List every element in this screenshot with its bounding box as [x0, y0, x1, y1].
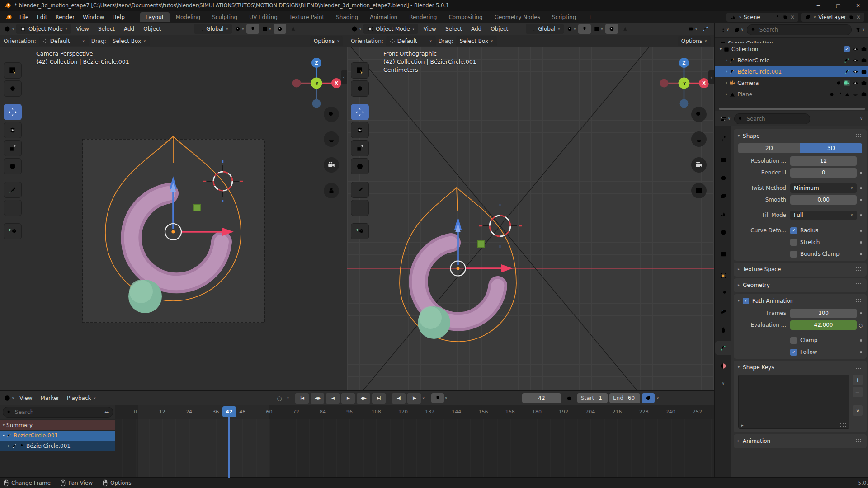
- tab-output[interactable]: [717, 171, 730, 185]
- rotate-tool[interactable]: [4, 122, 22, 138]
- menu-view[interactable]: View: [72, 23, 93, 35]
- tab-geometry-nodes[interactable]: Geometry Nodes: [489, 12, 546, 22]
- proportional-falloff-dropdown[interactable]: [287, 24, 300, 34]
- channel-summary[interactable]: ▾ Summary: [0, 420, 115, 430]
- view-layer-selector[interactable]: ∨ ViewLayer ✕: [801, 13, 864, 22]
- cursor-tool[interactable]: [4, 80, 22, 97]
- pivot-point-dropdown[interactable]: ∨: [233, 24, 245, 34]
- collapse-icon[interactable]: ▾: [738, 299, 740, 303]
- transform-tool[interactable]: [4, 158, 22, 174]
- zoom-button[interactable]: [691, 107, 707, 122]
- outliner-search[interactable]: [747, 24, 852, 35]
- menu-marker[interactable]: Marker: [36, 391, 63, 405]
- channel-beziercircle-001-action[interactable]: ▸ BézierCircle.001: [0, 441, 115, 451]
- empty-target-gizmo[interactable]: [479, 204, 522, 248]
- radius-checkbox[interactable]: ✓: [790, 227, 797, 234]
- hide-eye-icon[interactable]: [852, 69, 859, 75]
- shape-key-specials-button[interactable]: ∨: [853, 405, 863, 416]
- keyframe-diamond-icon[interactable]: ◇: [857, 322, 865, 328]
- editor-type-button[interactable]: ∨: [350, 24, 363, 34]
- shape-key-add-button[interactable]: +: [853, 375, 863, 385]
- hide-eye-icon[interactable]: [852, 57, 859, 64]
- resolution-field[interactable]: 12: [790, 156, 857, 166]
- render-u-field[interactable]: 0: [790, 168, 857, 178]
- minimize-button[interactable]: ─: [808, 0, 828, 11]
- animate-dot[interactable]: [857, 230, 865, 232]
- shape-keys-list[interactable]: ▸: [738, 375, 849, 429]
- expand-icon[interactable]: ▸: [8, 444, 10, 448]
- menu-add[interactable]: Add: [120, 23, 138, 35]
- menu-render[interactable]: Render: [51, 11, 79, 23]
- timeline-search[interactable]: ↔: [3, 407, 113, 418]
- gizmo-minus-z[interactable]: [312, 99, 321, 108]
- select-box-tool[interactable]: [4, 62, 22, 79]
- menu-object[interactable]: Object: [139, 23, 165, 35]
- render-visibility-icon[interactable]: [861, 69, 867, 75]
- scale-tool[interactable]: [4, 140, 22, 156]
- tab-material[interactable]: [717, 359, 730, 373]
- expand-icon[interactable]: ›: [726, 93, 727, 96]
- play-button[interactable]: ▶: [341, 393, 355, 404]
- sidebar-collapse-right-vp[interactable]: ‹: [708, 70, 714, 84]
- evaluation-time-field[interactable]: 42.000: [790, 320, 857, 330]
- tab-view-layer[interactable]: [717, 189, 730, 203]
- tab-rendering[interactable]: Rendering: [404, 12, 442, 22]
- previous-keyframe-button[interactable]: ◀◆: [311, 393, 324, 404]
- gizmo-minus-x[interactable]: [660, 79, 669, 88]
- expand-icon[interactable]: ›: [726, 81, 727, 85]
- shape-key-remove-button[interactable]: −: [853, 387, 863, 397]
- start-frame-field[interactable]: 1: [598, 395, 608, 401]
- collapse-icon[interactable]: ▸: [738, 439, 740, 443]
- hide-eye-icon[interactable]: [852, 46, 859, 52]
- camera-view-button[interactable]: [324, 157, 339, 173]
- render-visibility-icon[interactable]: [861, 80, 867, 86]
- hide-eye-icon[interactable]: [852, 80, 859, 86]
- add-cube-tool[interactable]: [351, 223, 369, 239]
- playback-menu[interactable]: Playback∨: [63, 393, 99, 403]
- frames-field[interactable]: 100: [790, 309, 857, 318]
- jump-to-end-button[interactable]: ▶|: [372, 393, 386, 404]
- overlays-dropdown[interactable]: ∨: [686, 24, 699, 34]
- shading-icon[interactable]: [699, 24, 712, 34]
- auto-keying-toggle[interactable]: ○: [273, 393, 286, 403]
- gizmo-z[interactable]: Z: [682, 61, 685, 66]
- pin-icon[interactable]: [775, 14, 780, 20]
- collection-checkbox[interactable]: ✓: [844, 46, 850, 52]
- outliner-row-beziercircle[interactable]: › BézierCircle: [715, 55, 868, 66]
- tab-animation[interactable]: Animation: [364, 12, 403, 22]
- expand-icon[interactable]: ▾: [3, 434, 5, 437]
- drag-dropdown[interactable]: Select Box∨: [109, 36, 150, 46]
- editor-type-button[interactable]: ∨: [3, 24, 15, 34]
- options-dropdown[interactable]: Options∨: [310, 36, 343, 46]
- play-reverse-button[interactable]: ◀: [326, 393, 340, 404]
- tab-modifiers[interactable]: [717, 287, 730, 300]
- navigation-gizmo[interactable]: Z X -Y: [292, 57, 341, 109]
- expand-icon[interactable]: ▾: [3, 423, 5, 427]
- viewport-front[interactable]: ∨ Object Mode∨ View Select Add Object Gl…: [347, 23, 714, 390]
- snap-settings-dropdown[interactable]: ∨: [260, 24, 273, 34]
- tab-shading[interactable]: Shading: [330, 12, 363, 22]
- annotate-tool[interactable]: [351, 182, 369, 198]
- cursor-tool[interactable]: [351, 80, 369, 97]
- animate-dot[interactable]: [857, 312, 865, 314]
- empty-square[interactable]: [478, 241, 485, 248]
- scene-selector[interactable]: ∨ Scene ✕: [726, 13, 798, 22]
- panel-texture-space[interactable]: ▸Texture Space: [734, 263, 867, 277]
- panel-geometry[interactable]: ▸Geometry: [734, 278, 867, 292]
- pin-icon[interactable]: [19, 443, 24, 449]
- outliner-filter-id-dropdown[interactable]: ∨: [732, 25, 745, 35]
- sync-dropdown[interactable]: ∨: [656, 396, 659, 400]
- tab-world[interactable]: [717, 225, 730, 239]
- menu-add[interactable]: Add: [467, 23, 486, 35]
- list-expand-icon[interactable]: ▸: [741, 423, 744, 427]
- remove-view-layer-icon[interactable]: ✕: [856, 14, 861, 20]
- frame-jump-dropdown[interactable]: ∨: [422, 396, 425, 400]
- options-dropdown[interactable]: Options∨: [678, 36, 711, 46]
- measure-tool[interactable]: [351, 200, 369, 216]
- keying-dropdown[interactable]: ∨: [287, 396, 289, 400]
- grid-ortho-button[interactable]: [691, 183, 707, 198]
- orientation-dropdown[interactable]: Default∨: [39, 36, 89, 46]
- menu-edit[interactable]: Edit: [33, 11, 51, 23]
- outliner-row-camera[interactable]: › Camera: [715, 77, 868, 89]
- list-resize-handle[interactable]: [840, 423, 847, 427]
